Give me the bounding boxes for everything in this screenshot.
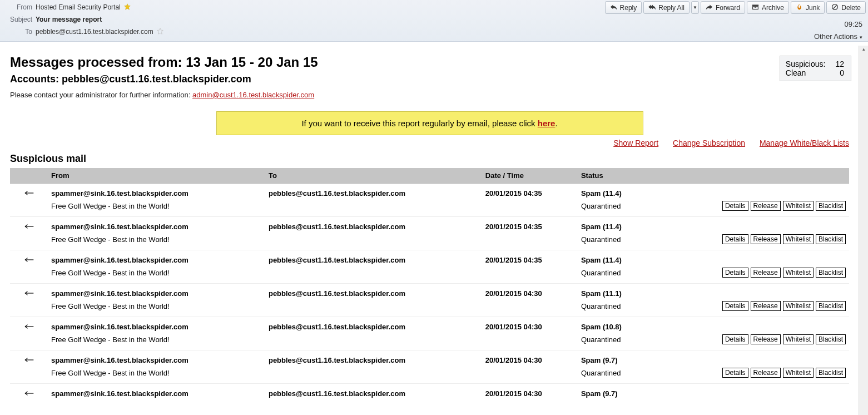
whitelist-button[interactable]: Whitelist [783, 368, 814, 378]
admin-email-link[interactable]: admin@cust1.16.test.blackspider.com [192, 91, 314, 99]
junk-button[interactable]: Junk [791, 1, 825, 14]
details-button[interactable]: Details [722, 334, 748, 344]
cell-to: pebbles@cust1.16.test.blackspider.com [265, 184, 482, 199]
cell-subject: Free Golf Wedge - Best in the World! [48, 199, 482, 217]
other-actions-label: Other Actions [814, 32, 857, 41]
forward-icon [706, 3, 713, 12]
other-actions-menu[interactable]: Other Actions▾ [814, 32, 862, 41]
cell-from: spammer@sink.16.test.blackspider.com [48, 217, 265, 233]
reply-all-dropdown[interactable]: ▼ [691, 1, 699, 14]
col-actions [649, 168, 849, 184]
table-row: spammer@sink.16.test.blackspider.compebb… [10, 250, 849, 266]
details-button[interactable]: Details [722, 234, 748, 244]
report-top-links: Show Report Change Subscription Manage W… [10, 139, 849, 147]
report-title: Messages processed from: 13 Jan 15 - 20 … [10, 55, 849, 70]
cell-status: Spam (11.4) [578, 250, 649, 266]
blacklist-button[interactable]: Blacklist [816, 201, 846, 211]
delete-button[interactable]: Delete [826, 1, 866, 14]
table-row: spammer@sink.16.test.blackspider.compebb… [10, 184, 849, 199]
banner-text: If you want to receive this report regul… [301, 118, 537, 128]
reply-all-button[interactable]: Reply All [643, 1, 690, 14]
release-button[interactable]: Release [751, 334, 781, 344]
reply-all-label: Reply All [658, 4, 685, 11]
details-button[interactable]: Details [722, 268, 748, 278]
star-outline-icon[interactable] [157, 28, 163, 36]
forward-button[interactable]: Forward [701, 1, 745, 14]
chevron-down-icon: ▼ [693, 6, 697, 10]
release-button[interactable]: Release [751, 268, 781, 278]
incoming-arrow-icon [10, 384, 48, 399]
suspicious-mail-table: From To Date / Time Status spammer@sink.… [10, 168, 849, 399]
cell-datetime: 20/01/2015 04:30 [482, 350, 578, 366]
manage-lists-link[interactable]: Manage White/Black Lists [760, 139, 849, 147]
cell-status: Spam (9.7) [578, 350, 649, 366]
svg-line-4 [834, 5, 837, 9]
reply-icon [610, 3, 617, 12]
cell-to: pebbles@cust1.16.test.blackspider.com [265, 317, 482, 333]
cell-disposition: Quarantined [578, 232, 649, 250]
cell-actions: DetailsReleaseWhitelistBlacklist [649, 232, 849, 250]
table-row: spammer@sink.16.test.blackspider.compebb… [10, 384, 849, 399]
cell-actions-spacer [649, 317, 849, 333]
subject-label: Subject [8, 16, 32, 23]
release-button[interactable]: Release [751, 368, 781, 378]
details-button[interactable]: Details [722, 301, 748, 311]
incoming-arrow-icon [10, 217, 48, 233]
blacklist-button[interactable]: Blacklist [816, 268, 846, 278]
cell-datetime: 20/01/2015 04:30 [482, 284, 578, 299]
change-subscription-link[interactable]: Change Subscription [673, 139, 745, 147]
junk-label: Junk [806, 4, 820, 11]
table-row-details: Free Golf Wedge - Best in the World!Quar… [10, 365, 849, 384]
archive-icon [752, 3, 759, 12]
scrollbar[interactable] [859, 46, 868, 415]
blacklist-button[interactable]: Blacklist [816, 234, 846, 244]
incoming-arrow-icon [10, 350, 48, 366]
release-button[interactable]: Release [751, 234, 781, 244]
cell-subject: Free Golf Wedge - Best in the World! [48, 299, 482, 317]
whitelist-button[interactable]: Whitelist [783, 201, 814, 211]
cell-actions-spacer [649, 384, 849, 399]
cell-from: spammer@sink.16.test.blackspider.com [48, 184, 265, 199]
whitelist-button[interactable]: Whitelist [783, 301, 814, 311]
report-body: Messages processed from: 13 Jan 15 - 20 … [0, 46, 859, 410]
subscribe-banner: If you want to receive this report regul… [216, 111, 643, 135]
from-label: From [8, 3, 32, 11]
forward-label: Forward [716, 4, 740, 11]
incoming-arrow-icon [10, 184, 48, 199]
cell-from: spammer@sink.16.test.blackspider.com [48, 317, 265, 333]
accounts-line: Accounts: pebbles@cust1.16.test.blackspi… [10, 73, 849, 85]
whitelist-button[interactable]: Whitelist [783, 334, 814, 344]
cell-actions: DetailsReleaseWhitelistBlacklist [649, 199, 849, 217]
release-button[interactable]: Release [751, 201, 781, 211]
col-arrow [10, 168, 48, 184]
message-body-viewport[interactable]: Messages processed from: 13 Jan 15 - 20 … [0, 46, 859, 415]
cell-actions: DetailsReleaseWhitelistBlacklist [649, 265, 849, 284]
delete-label: Delete [841, 4, 861, 11]
whitelist-button[interactable]: Whitelist [783, 268, 814, 278]
table-row: spammer@sink.16.test.blackspider.compebb… [10, 284, 849, 299]
blacklist-button[interactable]: Blacklist [816, 368, 846, 378]
blacklist-button[interactable]: Blacklist [816, 334, 846, 344]
received-time: 09:25 [844, 20, 862, 28]
reply-button[interactable]: Reply [605, 1, 642, 14]
incoming-arrow-icon [10, 317, 48, 333]
show-report-link[interactable]: Show Report [613, 139, 658, 147]
whitelist-button[interactable]: Whitelist [783, 234, 814, 244]
archive-button[interactable]: Archive [747, 1, 789, 14]
blacklist-button[interactable]: Blacklist [816, 301, 846, 311]
banner-here-link[interactable]: here [538, 118, 555, 128]
section-suspicious-mail: Suspicious mail [10, 153, 849, 165]
admin-prefix: Please contact your administrator for fu… [10, 91, 192, 99]
cell-to: pebbles@cust1.16.test.blackspider.com [265, 284, 482, 299]
details-button[interactable]: Details [722, 368, 748, 378]
svg-rect-2 [755, 7, 756, 8]
release-button[interactable]: Release [751, 301, 781, 311]
cell-status: Spam (10.8) [578, 317, 649, 333]
from-value: Hosted Email Security Portal [36, 3, 121, 11]
cell-to: pebbles@cust1.16.test.blackspider.com [265, 217, 482, 233]
star-icon[interactable] [124, 3, 131, 11]
cell-subject: Free Golf Wedge - Best in the World! [48, 365, 482, 384]
cell-disposition: Quarantined [578, 265, 649, 284]
admin-contact-line: Please contact your administrator for fu… [10, 91, 849, 99]
details-button[interactable]: Details [722, 201, 748, 211]
